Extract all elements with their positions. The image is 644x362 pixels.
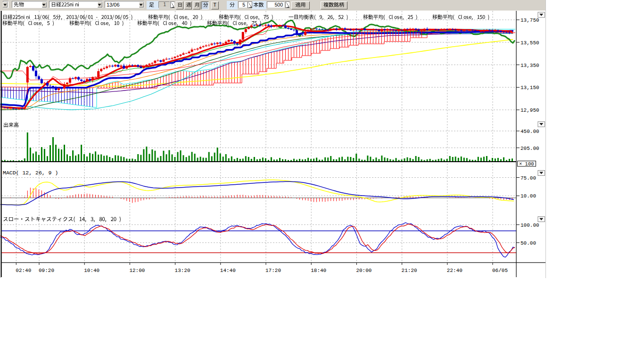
svg-text:5: 5 xyxy=(242,2,245,8)
svg-text:10:40: 10:40 xyxy=(84,268,99,273)
svg-text:13,550: 13,550 xyxy=(520,40,539,46)
svg-text:50.00: 50.00 xyxy=(520,240,536,246)
svg-text:205.00: 205.00 xyxy=(520,146,539,151)
svg-text:450.00: 450.00 xyxy=(520,129,539,134)
svg-text:13,350: 13,350 xyxy=(520,63,539,68)
svg-text:13:20: 13:20 xyxy=(175,268,190,273)
svg-text:20:00: 20:00 xyxy=(356,268,372,273)
svg-text:13,150: 13,150 xyxy=(520,85,539,90)
svg-text:500: 500 xyxy=(274,2,283,8)
svg-text:1: 1 xyxy=(163,2,166,7)
svg-text:MACD( 12, 26, 9 ): MACD( 12, 26, 9 ) xyxy=(3,170,58,176)
svg-text:06/05: 06/05 xyxy=(492,268,508,273)
svg-text:10.00: 10.00 xyxy=(520,193,536,199)
svg-text:22:40: 22:40 xyxy=(447,268,462,273)
svg-text:12,950: 12,950 xyxy=(520,107,539,113)
svg-text:17:20: 17:20 xyxy=(265,268,281,273)
svg-text:13,750: 13,750 xyxy=(520,17,539,23)
svg-text:× 100: × 100 xyxy=(519,161,534,167)
svg-text:75.00: 75.00 xyxy=(520,175,536,181)
svg-text:18:40: 18:40 xyxy=(311,268,326,273)
svg-text:100.00: 100.00 xyxy=(520,222,539,228)
svg-text:14:40: 14:40 xyxy=(220,268,236,273)
svg-text:13/06: 13/06 xyxy=(107,2,120,8)
svg-text:21:20: 21:20 xyxy=(402,268,417,273)
svg-text:12:00: 12:00 xyxy=(129,268,145,273)
svg-text:T: T xyxy=(214,2,217,8)
svg-text:09:20: 09:20 xyxy=(39,268,54,273)
svg-text:02:40: 02:40 xyxy=(16,268,31,273)
